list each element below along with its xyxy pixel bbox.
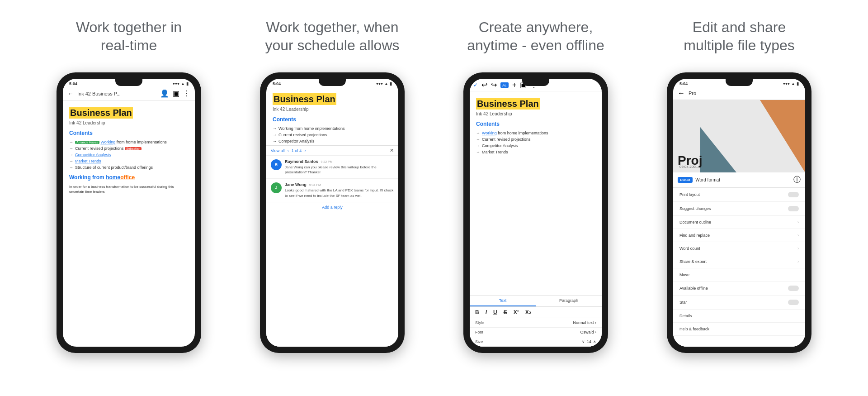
toggle-offline[interactable] <box>788 286 799 291</box>
bold-button[interactable]: B <box>475 309 479 315</box>
doc-content-1: Business Plan Ink 42 Leadership Contents… <box>63 100 195 347</box>
toggle-print-layout[interactable] <box>788 192 799 197</box>
menu-item-find-replace[interactable]: Find and replace › <box>673 229 805 242</box>
signal-icon-2: ▾▾▾ <box>376 81 383 86</box>
menu-item-star[interactable]: Star <box>673 296 805 310</box>
arrow-icon: → <box>69 165 73 170</box>
size-up-icon[interactable]: ∧ <box>593 339 596 344</box>
comment-text-1: Jane Wong can you please review this wri… <box>285 165 394 175</box>
proj-date: 09.04.200— <box>679 165 699 169</box>
list-item-2c: → Competitor Analysis <box>273 139 392 143</box>
back-icon[interactable]: ← <box>67 90 74 97</box>
toggle-star[interactable] <box>788 300 799 305</box>
list-item-3a: → Working from home implementations <box>476 131 595 135</box>
menu-item-details[interactable]: Details <box>673 310 805 323</box>
menu-header-title: Word format <box>695 177 791 182</box>
title-highlight: Business Plan <box>69 107 133 119</box>
status-icons: ▾▾▾ ▲ ▮ <box>173 81 189 86</box>
editing-toolbar: Text Paragraph B I U S X² X₂ Style Norma… <box>470 295 602 347</box>
close-comment-icon[interactable]: ✕ <box>390 148 394 153</box>
doc-subtitle-3: Ink 42 Leadership <box>476 111 595 116</box>
menu-item-available-offline[interactable]: Available offline <box>673 281 805 296</box>
comment-body-2: Jane Wong 9:34 PM Looks good! I shared w… <box>285 182 394 198</box>
comment-icon[interactable]: ▣ <box>173 89 179 98</box>
phone-async: 5:04 ▾▾▾ ▲ ▮ Business Plan Ink 42 Leader… <box>260 72 405 353</box>
menu-item-outline[interactable]: Document outline › <box>673 216 805 229</box>
text-format-icon[interactable]: A₁ <box>500 82 509 88</box>
chevron-right-icon-3: › <box>797 246 799 251</box>
italic-button[interactable]: I <box>486 309 487 315</box>
undo-icon[interactable]: ↩ <box>481 81 487 89</box>
style-value[interactable]: Normal text › <box>573 320 596 325</box>
format-row: B I U S X² X₂ <box>470 307 602 318</box>
comment-name-2: Jane Wong <box>285 182 307 187</box>
phone-screen-async: 5:04 ▾▾▾ ▲ ▮ Business Plan Ink 42 Leader… <box>266 79 398 347</box>
doc-title-3: Business Plan <box>476 98 595 110</box>
doc-section2: Working from homeoffice In order for a b… <box>69 174 189 194</box>
comment-page: 1 of 4 <box>292 148 302 153</box>
size-down-icon[interactable]: ∨ <box>582 339 585 344</box>
menu-item-move[interactable]: Move <box>673 268 805 281</box>
strikethrough-button[interactable]: S <box>504 309 507 315</box>
doc-section-title-3: Contents <box>476 121 595 127</box>
add-icon[interactable]: + <box>512 81 516 89</box>
collab-icon[interactable]: 👤 <box>160 89 169 98</box>
feature-realtime-title: Work together in real-time <box>76 18 182 59</box>
comment-2: J Jane Wong 9:34 PM Looks good! I shared… <box>266 179 398 202</box>
features-container: Work together in real-time 5:04 ▾▾▾ ▲ ▮ … <box>0 0 868 353</box>
wifi-icon-2: ▲ <box>384 81 388 86</box>
prev-comment-icon[interactable]: ‹ <box>288 148 289 153</box>
menu-item-share-export[interactable]: Share & export › <box>673 255 805 268</box>
redo-icon[interactable]: ↪ <box>491 81 497 89</box>
next-comment-icon[interactable]: › <box>304 148 306 153</box>
add-reply-link[interactable]: Add a reply <box>266 202 398 212</box>
check-icon: ✓ <box>473 82 478 88</box>
view-all-link[interactable]: View all <box>271 148 285 153</box>
phone-filetypes: 5:04 ▾▾▾ ▲ ▮ ← Pro Proj 09.04.200— <box>667 72 811 353</box>
phone-notch-4 <box>726 79 753 86</box>
style-row: Style Normal text › <box>470 318 602 328</box>
comment-name-1: Raymond Santos <box>285 159 318 164</box>
menu-item-help[interactable]: Help & feedback <box>673 323 805 336</box>
menu-item-print-layout[interactable]: Print layout <box>673 188 805 202</box>
battery-icon: ▮ <box>186 81 189 86</box>
comment-header-1: Raymond Santos 9:22 PM <box>285 159 394 164</box>
list-item: → Market Trends <box>69 159 189 163</box>
list-item: → Structure of current product/brand off… <box>69 165 189 170</box>
doc-subtitle-2: Ink 42 Leadership <box>273 107 392 112</box>
chevron-right-icon-4: › <box>797 259 799 264</box>
collab-badge-2: Sebastian <box>125 147 142 150</box>
tab-paragraph[interactable]: Paragraph <box>536 296 602 306</box>
doc-section2-title: Working from homeoffice <box>69 174 189 181</box>
list-item-3b: → Current revised projections <box>476 137 595 142</box>
doc-title-1: Business Plan <box>69 107 189 119</box>
comment-text-2: Looks good! I shared with the LA and PDX… <box>285 188 394 198</box>
feature-async: Work together, when your schedule allows… <box>237 18 427 353</box>
more-icon[interactable]: ⋮ <box>183 89 190 98</box>
list-item: → Competitor Analysis <box>69 153 189 157</box>
subscript-button[interactable]: X₂ <box>525 309 531 315</box>
menu-panel: DOCX Word format ⓘ Print layout Suggest … <box>673 172 805 347</box>
underline-button[interactable]: U <box>493 309 497 315</box>
superscript-button[interactable]: X² <box>514 309 519 315</box>
menu-item-word-count[interactable]: Word count › <box>673 242 805 255</box>
comment-nav: View all ‹ 1 of 4 › ✕ <box>266 146 398 156</box>
phone-screen-offline: ✓ ↩ ↪ A₁ + ▣ ⋮ Business Plan Ink 42 Lead… <box>470 79 602 347</box>
back-icon-4[interactable]: ← <box>678 89 685 97</box>
font-value[interactable]: Oswald › <box>580 330 596 334</box>
menu-item-suggest[interactable]: Suggest changes <box>673 202 805 216</box>
arrow-icon: → <box>476 143 480 148</box>
status-time-4: 5:04 <box>679 81 688 86</box>
list-item: → Amanda Hayes Working from home impleme… <box>69 140 189 144</box>
arrow-icon: → <box>273 139 277 143</box>
feature-offline-title: Create anywhere, anytime - even offline <box>467 18 604 59</box>
size-value: ∨ 14 ∧ <box>582 339 596 344</box>
tab-text[interactable]: Text <box>470 296 536 306</box>
list-item-2b: → Current revised projections <box>273 133 392 137</box>
feature-filetypes: Edit and share multiple file types 5:04 … <box>644 18 834 353</box>
title-highlight-3: Business Plan <box>476 98 540 110</box>
font-label: Font <box>475 330 580 334</box>
signal-icon-4: ▾▾▾ <box>783 81 790 86</box>
info-icon[interactable]: ⓘ <box>793 175 801 185</box>
toggle-suggest[interactable] <box>788 206 799 211</box>
